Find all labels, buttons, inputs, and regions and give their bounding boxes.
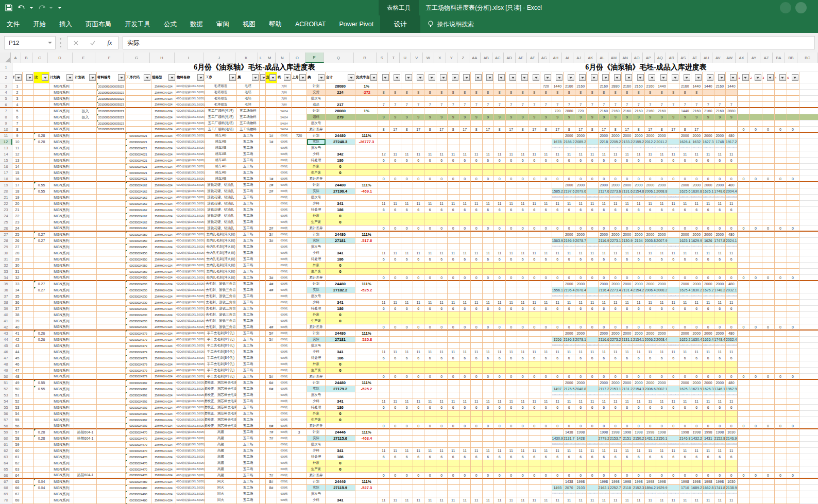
cell[interactable] bbox=[424, 411, 436, 417]
cell[interactable]: 0 bbox=[714, 423, 726, 429]
cell[interactable]: 0 bbox=[401, 324, 413, 331]
cell[interactable]: 104301081043010510430106104301 bbox=[714, 293, 726, 300]
cell[interactable] bbox=[97, 429, 126, 436]
cell[interactable] bbox=[483, 269, 495, 275]
cell[interactable] bbox=[762, 108, 775, 114]
cell[interactable]: 7 bbox=[413, 102, 425, 108]
cell[interactable] bbox=[292, 225, 307, 232]
cell[interactable]: 27248.3 bbox=[326, 139, 355, 145]
cell[interactable] bbox=[738, 164, 750, 170]
cell[interactable]: 待处理 bbox=[307, 256, 326, 263]
cell[interactable]: 6 bbox=[564, 256, 575, 263]
cell[interactable]: 1629.9 bbox=[691, 238, 703, 244]
row-header[interactable]: 39 bbox=[0, 306, 12, 312]
cell[interactable]: 2004.4 bbox=[726, 188, 738, 195]
cell[interactable] bbox=[260, 436, 266, 442]
cell[interactable]: 累计差异 bbox=[307, 275, 326, 281]
cell[interactable]: 0 bbox=[610, 324, 622, 331]
cell[interactable]: 0 bbox=[622, 176, 634, 182]
cell[interactable]: 0 bbox=[750, 127, 762, 133]
cell[interactable]: 2138.9 bbox=[726, 485, 738, 491]
cell[interactable]: 1678 bbox=[552, 139, 564, 145]
cell[interactable] bbox=[506, 479, 518, 485]
cell[interactable]: ZM/MGN-024 bbox=[151, 151, 176, 158]
cell[interactable] bbox=[34, 355, 49, 361]
cell[interactable] bbox=[266, 368, 277, 374]
cell[interactable]: 1998 bbox=[610, 429, 622, 436]
cell[interactable]: ZM/MGN-024 bbox=[151, 176, 176, 182]
cell[interactable]: 9 bbox=[622, 114, 634, 120]
cell[interactable] bbox=[540, 417, 552, 423]
cell[interactable]: 11 bbox=[494, 250, 506, 256]
cell[interactable]: 0 bbox=[483, 374, 495, 380]
cell[interactable] bbox=[23, 164, 34, 170]
cell[interactable] bbox=[436, 361, 448, 368]
cell[interactable]: 104301081043010510430106104301 bbox=[610, 195, 622, 201]
cell[interactable] bbox=[355, 318, 378, 324]
cell[interactable] bbox=[355, 293, 378, 300]
cell[interactable] bbox=[413, 331, 425, 337]
cell[interactable] bbox=[390, 269, 402, 275]
cell[interactable] bbox=[656, 368, 668, 374]
cell[interactable]: 0 bbox=[494, 423, 506, 429]
cell[interactable]: 0 bbox=[459, 473, 471, 479]
cell[interactable]: 2000 bbox=[633, 133, 645, 139]
cell[interactable]: 6 bbox=[610, 355, 622, 361]
filter-button[interactable] bbox=[118, 74, 125, 81]
cell[interactable] bbox=[378, 380, 390, 386]
cell[interactable] bbox=[506, 361, 518, 368]
cell[interactable]: 1630.4 bbox=[691, 337, 703, 343]
cell[interactable]: 2000 bbox=[575, 380, 587, 386]
cell[interactable] bbox=[599, 411, 610, 417]
cell[interactable] bbox=[23, 491, 34, 497]
cell[interactable]: 1998 bbox=[714, 429, 726, 436]
cell[interactable] bbox=[738, 108, 750, 114]
cell[interactable]: 11 bbox=[679, 448, 691, 454]
cell[interactable] bbox=[260, 460, 266, 466]
cell[interactable] bbox=[762, 244, 775, 250]
cell[interactable] bbox=[714, 96, 726, 102]
cell[interactable] bbox=[750, 485, 762, 491]
cell[interactable]: 1493 bbox=[552, 485, 564, 491]
cell[interactable] bbox=[668, 219, 680, 225]
cell[interactable]: 341 bbox=[326, 250, 355, 256]
cell[interactable] bbox=[750, 158, 762, 164]
cell[interactable]: 2218 bbox=[599, 139, 610, 145]
cell[interactable]: 600线 bbox=[277, 423, 292, 429]
cell[interactable] bbox=[436, 436, 448, 442]
cell[interactable] bbox=[517, 170, 529, 176]
cell[interactable]: 11 bbox=[459, 300, 471, 306]
cell[interactable]: 2154.1 bbox=[633, 337, 645, 343]
cell[interactable] bbox=[266, 244, 277, 250]
cell[interactable] bbox=[633, 312, 645, 318]
cell[interactable] bbox=[292, 96, 307, 102]
cell[interactable]: 6 bbox=[656, 207, 668, 213]
cell[interactable]: 2010081000003023 bbox=[97, 96, 126, 102]
cell[interactable]: 104301081043010510430106104301 bbox=[668, 244, 680, 250]
cell[interactable]: 24480 bbox=[326, 232, 355, 238]
cell[interactable]: 1440 bbox=[691, 83, 703, 90]
column-header[interactable]: Z bbox=[457, 53, 469, 63]
cell[interactable]: 2160 bbox=[622, 108, 634, 114]
cell[interactable]: 104301081043010510430106104301 bbox=[564, 442, 575, 448]
filter-button[interactable] bbox=[718, 74, 725, 81]
cell[interactable]: 11 bbox=[610, 151, 622, 158]
cell[interactable]: 6 bbox=[633, 454, 645, 460]
cell[interactable] bbox=[738, 281, 750, 287]
cell[interactable]: 11 bbox=[679, 300, 691, 306]
cell[interactable]: 111% bbox=[355, 380, 378, 386]
cell[interactable] bbox=[471, 263, 483, 269]
cell[interactable] bbox=[326, 374, 355, 380]
cell[interactable] bbox=[575, 312, 587, 318]
cell[interactable]: 6 bbox=[424, 405, 436, 411]
cell[interactable] bbox=[266, 219, 277, 225]
cell[interactable] bbox=[34, 250, 49, 256]
cell[interactable] bbox=[506, 83, 518, 90]
cell[interactable]: 11 bbox=[494, 300, 506, 306]
filter-button[interactable] bbox=[405, 74, 412, 81]
cell[interactable]: 2162.1 bbox=[599, 485, 610, 491]
cell[interactable] bbox=[506, 281, 518, 287]
cell[interactable] bbox=[775, 312, 787, 318]
cell[interactable] bbox=[656, 460, 668, 466]
cell[interactable]: 2000 bbox=[610, 281, 622, 287]
